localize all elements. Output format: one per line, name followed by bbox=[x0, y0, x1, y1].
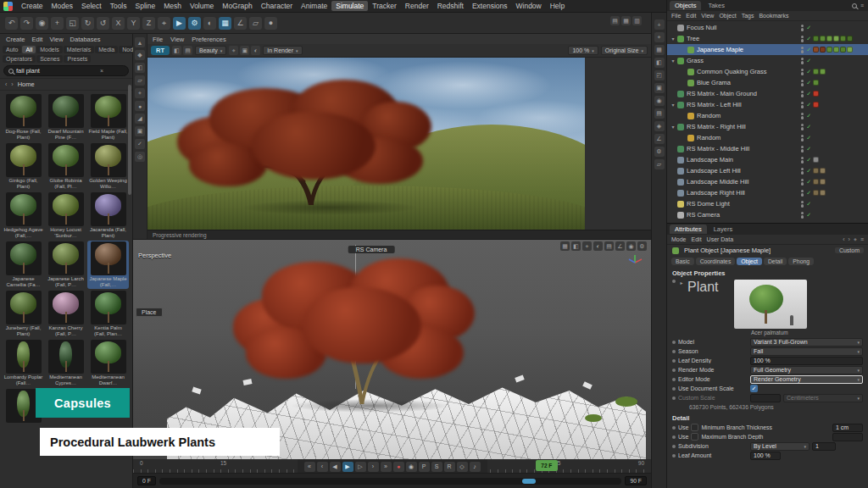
render-view-menu-item[interactable]: View bbox=[170, 36, 184, 43]
rotation-key-toggle[interactable]: R bbox=[444, 462, 455, 472]
panel-tab[interactable]: Layers bbox=[709, 225, 738, 234]
enable-check-icon[interactable]: ✓ bbox=[806, 168, 811, 175]
material-chip[interactable] bbox=[813, 36, 819, 42]
param-dot[interactable] bbox=[672, 369, 676, 372]
visibility-dots[interactable] bbox=[801, 212, 804, 219]
layout-single-icon[interactable]: ▤ bbox=[610, 16, 620, 25]
material-chip[interactable] bbox=[826, 47, 832, 53]
asset-item[interactable]: Dog-Rose (Fall, Plant) bbox=[3, 93, 44, 141]
object-icon[interactable] bbox=[687, 80, 694, 86]
sound-toggle[interactable]: ♪ bbox=[470, 462, 481, 472]
object-icon[interactable] bbox=[687, 113, 694, 119]
object-label[interactable]: Random bbox=[697, 112, 801, 119]
snapshot-icon[interactable]: ◧ bbox=[172, 46, 181, 55]
menu-item[interactable]: Window bbox=[512, 1, 546, 11]
expand-arrow-icon[interactable]: ▾ bbox=[670, 102, 676, 108]
menu-item[interactable]: Simulate bbox=[331, 1, 368, 11]
snap-target-icon[interactable]: ⌖ bbox=[654, 32, 665, 42]
rt-toggle-button[interactable]: RT bbox=[151, 46, 170, 55]
position-key-toggle[interactable]: P bbox=[419, 462, 430, 472]
attribute-menu-item[interactable]: Edit bbox=[692, 236, 702, 242]
asset-item[interactable]: Japanese Maple (Fall,… bbox=[87, 241, 129, 289]
param-dot[interactable] bbox=[672, 396, 676, 400]
material-chip[interactable] bbox=[820, 179, 826, 185]
dynamic-guides-icon[interactable]: ◈ bbox=[654, 121, 665, 131]
material-icon[interactable]: ● bbox=[264, 17, 277, 30]
menu-item[interactable]: Redshift bbox=[433, 1, 468, 11]
subdivision-level-field[interactable]: 1 bbox=[812, 442, 836, 451]
asset-tab[interactable]: Materials bbox=[64, 46, 94, 53]
range-end-field[interactable]: 90 F bbox=[625, 476, 647, 485]
workplane-icon[interactable]: ▱ bbox=[249, 17, 262, 30]
material-chip[interactable] bbox=[840, 36, 846, 42]
viewport-solo-icon[interactable]: ◎ bbox=[135, 152, 145, 162]
object-icon[interactable] bbox=[677, 190, 684, 197]
material-chip[interactable] bbox=[820, 47, 826, 53]
view-gizmo-icon[interactable]: ⌖ bbox=[582, 241, 592, 251]
material-chip[interactable] bbox=[847, 36, 853, 42]
play-button[interactable]: ▶ bbox=[342, 462, 353, 472]
object-icon[interactable] bbox=[677, 91, 684, 97]
prev-key-button[interactable]: ‹ bbox=[317, 462, 328, 472]
render-view-menu-item[interactable]: Preferences bbox=[192, 36, 225, 43]
enable-check-icon[interactable]: ✓ bbox=[806, 102, 811, 108]
param-dot[interactable] bbox=[672, 350, 676, 353]
attribute-tab[interactable]: Object bbox=[737, 258, 762, 265]
enable-check-icon[interactable]: ✓ bbox=[806, 179, 811, 186]
object-label[interactable]: Tree bbox=[687, 35, 801, 42]
object-icon[interactable] bbox=[677, 25, 684, 31]
axis-z-lock-icon[interactable]: Z bbox=[142, 17, 155, 30]
leaf-amount-field[interactable]: 100 % bbox=[750, 452, 781, 460]
material-chip[interactable] bbox=[813, 69, 819, 75]
timeline-scrubber[interactable]: 72 F bbox=[536, 460, 558, 471]
leaf-density-field[interactable]: 100 % bbox=[750, 357, 863, 365]
move-tool-icon[interactable]: + bbox=[51, 17, 64, 30]
settings-gear-icon[interactable]: ⚙ bbox=[654, 147, 665, 157]
asset-item[interactable]: Field Maple (Fall, Plant) bbox=[87, 93, 129, 141]
render-view-menu-item[interactable]: File bbox=[153, 36, 163, 43]
layout-preset-dropdown[interactable]: Custom bbox=[835, 247, 864, 253]
asset-menu-item[interactable]: Databases bbox=[68, 36, 103, 43]
view-focus-icon[interactable]: ◉ bbox=[626, 241, 636, 251]
material-chip[interactable] bbox=[813, 80, 819, 86]
attribute-tab[interactable]: Basic bbox=[671, 258, 694, 265]
object-icon[interactable] bbox=[687, 69, 694, 75]
material-chip[interactable] bbox=[833, 36, 839, 42]
object-menu-item[interactable]: View bbox=[701, 13, 714, 19]
angle-snap-icon[interactable]: ∠ bbox=[654, 134, 665, 144]
object-row[interactable]: RS Dome Light ✓ bbox=[667, 198, 868, 209]
object-icon[interactable] bbox=[677, 36, 684, 42]
attribute-tab[interactable]: Coordinates bbox=[696, 258, 736, 265]
menu-item[interactable]: Animate bbox=[297, 1, 331, 11]
object-row[interactable]: ▾ RS Matrix - Left Hill ✓ bbox=[667, 99, 868, 110]
aov-display-dropdown[interactable]: Beauty ▾ bbox=[195, 46, 226, 55]
coord-system-icon[interactable]: ⌖ bbox=[158, 17, 170, 30]
asset-menu-item[interactable]: Create bbox=[3, 36, 28, 43]
object-row[interactable]: Landscape Right Hill ✓ bbox=[667, 187, 868, 198]
object-row[interactable]: ▾ RS Matrix - Right Hill ✓ bbox=[667, 121, 868, 132]
object-menu-item[interactable]: Bookmarks bbox=[759, 13, 788, 19]
redo-icon[interactable]: ↷ bbox=[20, 17, 33, 30]
enable-check-icon[interactable]: ✓ bbox=[806, 113, 811, 119]
object-row[interactable]: Random ✓ bbox=[667, 110, 868, 121]
object-icon[interactable] bbox=[677, 201, 684, 208]
rotate-tool-icon[interactable]: ↻ bbox=[81, 17, 94, 30]
menu-item[interactable]: Extensions bbox=[468, 1, 512, 11]
edges-mode-icon[interactable]: ◢ bbox=[135, 114, 145, 124]
enable-check-icon[interactable]: ✓ bbox=[806, 190, 811, 197]
make-editable-icon[interactable]: ▲ bbox=[135, 37, 145, 47]
object-label[interactable]: RS Matrix - Main Ground bbox=[687, 90, 801, 97]
object-row[interactable]: ▾ Tree ✓ bbox=[667, 33, 868, 44]
model-dropdown[interactable]: Variant 3 Full-Grown ▾ bbox=[750, 338, 863, 347]
material-chip[interactable] bbox=[813, 91, 819, 97]
enable-check-icon[interactable]: ✓ bbox=[806, 157, 811, 164]
power-slider-track[interactable] bbox=[159, 478, 622, 485]
max-branch-depth-field[interactable] bbox=[832, 433, 863, 441]
object-icon[interactable] bbox=[687, 135, 694, 141]
region-render-icon[interactable]: ▣ bbox=[240, 46, 249, 55]
param-dot[interactable] bbox=[672, 341, 676, 344]
asset-item[interactable]: Ginkgo (Fall, Plant) bbox=[3, 142, 44, 191]
polygons-mode-icon[interactable]: ▣ bbox=[135, 126, 145, 136]
workplane-snap-icon[interactable]: ▱ bbox=[654, 159, 665, 169]
axis-mode-icon[interactable]: ⌖ bbox=[135, 88, 145, 98]
